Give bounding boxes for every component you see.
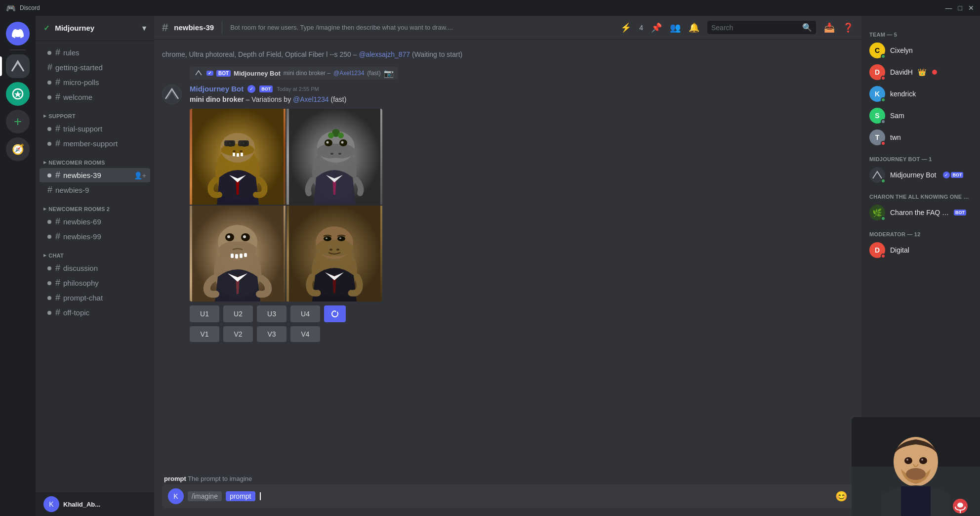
pin-icon[interactable]: 📌: [651, 22, 662, 33]
search-icon: 🔍: [802, 23, 812, 32]
svg-point-51: [919, 457, 927, 464]
maximize-button[interactable]: □: [958, 4, 962, 12]
member-item-davidh[interactable]: D DavidH 👑: [865, 61, 976, 83]
channel-name: newbies-99: [63, 232, 101, 241]
svg-point-8: [233, 150, 236, 152]
bullet-icon: [47, 51, 51, 55]
member-count[interactable]: 4: [639, 24, 643, 32]
channel-item-rules[interactable]: # rules: [40, 45, 150, 60]
svg-rect-11: [237, 153, 239, 157]
status-indicator-cixelyn: [881, 54, 886, 59]
variation-1-button[interactable]: V1: [190, 326, 219, 342]
image-cell-4[interactable]: [286, 206, 382, 301]
image-cell-3[interactable]: [190, 206, 286, 301]
channel-item-newbies-9[interactable]: # newbies-9: [40, 183, 150, 197]
server-icon-midjourney[interactable]: [6, 54, 30, 78]
user-avatar: K: [43, 496, 59, 512]
svg-point-19: [326, 141, 328, 144]
channel-item-getting-started[interactable]: # getting-started: [40, 60, 150, 75]
channel-item-off-topic[interactable]: # off-topic: [40, 305, 150, 320]
username: Khalid_Ab...: [63, 501, 146, 508]
inbox-icon[interactable]: 📥: [824, 22, 835, 33]
server-header[interactable]: ✓ Midjourney ▾: [36, 16, 154, 41]
system-message: chrome, Ultra photoreal, Depth of Field,…: [154, 47, 861, 62]
channel-item-discussion[interactable]: # discussion: [40, 261, 150, 275]
variation-3-button[interactable]: V3: [257, 326, 286, 342]
category-label: NEWCOMER ROOMS: [48, 160, 105, 166]
channel-item-newbies-69[interactable]: # newbies-69: [40, 215, 150, 229]
channel-divider: [222, 22, 222, 34]
variation-2-button[interactable]: V2: [223, 326, 253, 342]
channel-name: philosophy: [63, 279, 99, 287]
upscale-4-button[interactable]: U4: [290, 305, 320, 322]
member-item-kendrick[interactable]: K kendrick: [865, 83, 976, 105]
channel-item-micro-polls[interactable]: # micro-polls: [40, 75, 150, 89]
hash-icon[interactable]: ⚡: [620, 22, 631, 33]
refresh-button[interactable]: [324, 305, 346, 322]
svg-point-54: [906, 468, 926, 480]
category-newcomer-rooms-2[interactable]: ▸ NEWCOMER ROOMS 2: [36, 198, 154, 214]
member-name-davidh: DavidH: [890, 68, 913, 76]
variation-4-button[interactable]: V4: [290, 326, 320, 342]
upscale-2-button[interactable]: U2: [223, 305, 253, 322]
member-item-sam[interactable]: S Sam: [865, 105, 976, 127]
channel-name: member-support: [63, 139, 118, 148]
video-panel: [861, 417, 980, 516]
channel-item-member-support[interactable]: # member-support: [40, 136, 150, 151]
compact-verified: ✓: [206, 71, 213, 76]
add-member-icon[interactable]: 👥: [670, 22, 681, 33]
svg-point-24: [338, 132, 344, 138]
channel-item-welcome[interactable]: # welcome: [40, 90, 150, 104]
emoji-button[interactable]: 😊: [835, 490, 848, 502]
category-chat[interactable]: ▸ CHAT: [36, 244, 154, 260]
minimize-button[interactable]: —: [945, 4, 952, 12]
status-indicator-digital: [881, 254, 886, 258]
channel-item-philosophy[interactable]: # philosophy: [40, 276, 150, 290]
image-cell-1[interactable]: [190, 109, 286, 205]
message-input[interactable]: [265, 492, 832, 501]
member-item-twn[interactable]: T twn: [865, 127, 976, 148]
server-icon-openai[interactable]: [6, 82, 30, 106]
member-item-charon[interactable]: 🌿 Charon the FAQ … BOT: [865, 202, 976, 223]
add-server-button[interactable]: +: [6, 110, 30, 133]
compact-camera-icon[interactable]: 📷: [384, 69, 394, 78]
channel-header: # newbies-39 Bot room for new users. Typ…: [154, 16, 861, 40]
message-speed: (fast): [331, 95, 347, 103]
channel-name: off-topic: [63, 308, 89, 317]
notification-icon[interactable]: 🔔: [689, 22, 699, 33]
upscale-1-button[interactable]: U1: [190, 305, 219, 322]
member-item-digital[interactable]: D Digital: [865, 239, 976, 261]
video-feed: [861, 417, 980, 516]
channel-list: # rules # getting-started # micro-polls …: [36, 41, 154, 492]
member-item-midjourney-bot[interactable]: Midjourney Bot ✓ BOT: [865, 164, 976, 186]
channel-item-newbies-99[interactable]: # newbies-99: [40, 229, 150, 244]
channel-item-prompt-chat[interactable]: # prompt-chat: [40, 291, 150, 305]
upscale-3-button[interactable]: U3: [257, 305, 286, 322]
member-avatar-sam: S: [869, 108, 885, 124]
image-cell-2[interactable]: [286, 109, 382, 205]
hash-icon: #: [55, 77, 60, 87]
bullet-icon: [47, 127, 51, 131]
add-member-icon[interactable]: 👤+: [134, 172, 146, 179]
hash-icon: #: [55, 307, 60, 318]
charon-bot-badge: BOT: [954, 210, 966, 215]
member-item-cixelyn[interactable]: C Cixelyn: [865, 40, 976, 61]
message-subject: mini dino broker: [190, 95, 244, 103]
channel-hash-icon: #: [162, 21, 168, 34]
category-newcomer-rooms[interactable]: ▸ NEWCOMER ROOMS: [36, 151, 154, 168]
svg-rect-13: [224, 140, 235, 146]
channel-item-newbies-39[interactable]: # newbies-39 👤+: [40, 168, 150, 182]
collapse-arrow-icon: ▸: [43, 159, 46, 166]
channel-item-trial-support[interactable]: # trial-support: [40, 122, 150, 136]
messages-area[interactable]: chrome, Ultra photoreal, Depth of Field,…: [154, 40, 861, 471]
server-sidebar: + 🧭: [0, 16, 36, 516]
search-bar[interactable]: Search 🔍: [707, 21, 816, 34]
explore-servers-button[interactable]: 🧭: [6, 137, 30, 161]
channel-name: newbies-69: [63, 217, 101, 226]
server-icon-discord[interactable]: [6, 22, 30, 45]
category-support[interactable]: ▸ SUPPORT: [36, 105, 154, 121]
svg-rect-12: [241, 153, 243, 156]
help-icon[interactable]: ❓: [843, 22, 854, 33]
close-button[interactable]: ✕: [968, 4, 974, 12]
hash-icon: #: [55, 170, 60, 180]
